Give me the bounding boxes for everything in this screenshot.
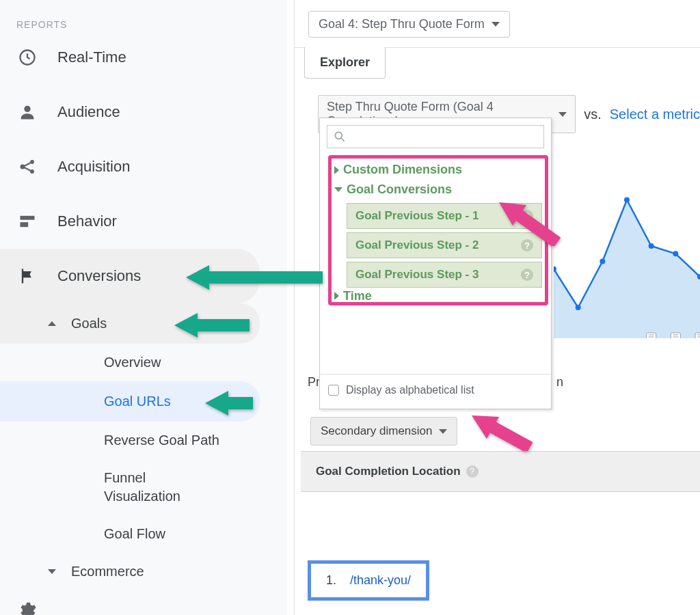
nav-acquisition[interactable]: Acquisition xyxy=(0,139,287,194)
goal-selector-label: Goal 4: Step Thru Quote Form xyxy=(319,17,485,31)
tree-category-custom-dimensions[interactable]: Custom Dimensions xyxy=(334,160,542,180)
goal-selector[interactable]: Goal 4: Step Thru Quote Form xyxy=(308,11,510,38)
svg-point-1 xyxy=(24,106,30,112)
admin-gear[interactable] xyxy=(0,590,287,615)
tree-category-label: Goal Conversions xyxy=(347,182,452,197)
svg-point-13 xyxy=(673,251,678,256)
secondary-dimension-dropdown[interactable]: Secondary dimension xyxy=(310,417,457,446)
alpha-checkbox-label: Display as alphabetical list xyxy=(346,384,474,396)
chevron-down-icon xyxy=(439,429,447,434)
sidebar-item-ecommerce[interactable]: Ecommerce xyxy=(0,553,287,590)
chevron-down-icon xyxy=(558,112,567,117)
help-icon[interactable]: ? xyxy=(521,269,533,281)
popover-list: Custom Dimensions Goal Conversions Goal … xyxy=(320,155,551,374)
table-row-highlight: 1. /thank-you/ xyxy=(308,560,429,601)
annotation-arrow-teal xyxy=(186,264,323,291)
svg-rect-5 xyxy=(21,216,35,220)
tree-item-label: Goal Previous Step - 3 xyxy=(355,268,479,282)
tree-category-label: Custom Dimensions xyxy=(343,163,462,177)
sidebar-heading: REPORTS xyxy=(0,19,287,30)
table-header: Goal Completion Location ? xyxy=(301,451,700,492)
annotation-arrow-pink xyxy=(492,198,561,246)
nav-realtime[interactable]: Real-Time xyxy=(0,30,287,85)
primary-dim-right: n xyxy=(556,375,563,390)
tree-category-goal-conversions[interactable]: Goal Conversions xyxy=(334,180,542,200)
svg-point-9 xyxy=(576,305,581,310)
svg-rect-21 xyxy=(695,333,700,338)
nav-label: Acquisition xyxy=(57,158,130,176)
nav-label: Real-Time xyxy=(57,49,126,66)
nav-label: Conversions xyxy=(57,267,141,285)
primary-dim-left: Pr xyxy=(308,375,320,390)
tree-category-time[interactable]: Time xyxy=(334,291,542,301)
tree-item-label: Goal Previous Step - 1 xyxy=(355,209,479,223)
flag-icon xyxy=(16,265,38,287)
sidebar-item-overview[interactable]: Overview xyxy=(0,344,287,381)
svg-point-24 xyxy=(335,132,342,139)
search-icon xyxy=(333,130,347,144)
popover-footer: Display as alphabetical list xyxy=(320,374,551,409)
dimension-popover: Custom Dimensions Goal Conversions Goal … xyxy=(319,118,552,409)
person-icon xyxy=(16,101,38,123)
tree-category-label: Time xyxy=(343,291,372,301)
row-number: 1. xyxy=(326,573,336,588)
tree-item-goal-prev-3[interactable]: Goal Previous Step - 3 ? xyxy=(347,262,542,288)
svg-point-11 xyxy=(624,197,630,203)
nav-audience[interactable]: Audience xyxy=(0,85,287,139)
gear-icon xyxy=(16,600,37,615)
chevron-down-icon xyxy=(492,22,500,27)
sidebar-item-funnel-visualization[interactable]: Funnel Visualization xyxy=(0,459,205,515)
tree-arrow-icon xyxy=(334,292,339,300)
sidebar-item-goal-flow[interactable]: Goal Flow xyxy=(0,515,287,553)
annotation-arrow-teal xyxy=(174,312,250,339)
svg-point-12 xyxy=(649,243,654,249)
svg-point-10 xyxy=(600,259,605,264)
alpha-checkbox[interactable] xyxy=(328,385,339,396)
annotation-arrow-pink xyxy=(465,410,533,451)
svg-rect-6 xyxy=(21,222,29,227)
nav-label: Behavior xyxy=(57,213,117,230)
nav-behavior[interactable]: Behavior xyxy=(0,194,287,249)
annotation-arrow-teal xyxy=(205,390,253,417)
popover-search-input[interactable] xyxy=(327,125,544,148)
caret-up-icon xyxy=(48,321,56,326)
clock-icon xyxy=(16,46,38,68)
help-icon[interactable]: ? xyxy=(466,465,479,478)
nav-label: Audience xyxy=(57,103,120,121)
sidebar-item-reverse-goal-path[interactable]: Reverse Goal Path xyxy=(0,422,287,459)
svg-point-8 xyxy=(554,266,556,272)
tab-explorer[interactable]: Explorer xyxy=(304,47,386,79)
tree-item-label: Goal Previous Step - 2 xyxy=(355,238,479,252)
line-chart xyxy=(554,184,700,338)
layout-icon xyxy=(16,210,38,232)
svg-point-2 xyxy=(21,165,25,169)
secondary-dimension-label: Secondary dimension xyxy=(321,424,432,438)
share-icon xyxy=(16,156,38,178)
vs-text: vs. xyxy=(584,107,602,122)
select-metric-link[interactable]: Select a metric xyxy=(610,107,700,122)
svg-rect-18 xyxy=(671,333,680,338)
sidebar-item-label: Goals xyxy=(71,316,107,331)
sidebar-item-label: Ecommerce xyxy=(71,564,144,579)
sidebar: REPORTS Real-Time Audience Acquisition B… xyxy=(0,0,287,615)
tree-arrow-icon xyxy=(334,187,342,192)
table-header-label: Goal Completion Location xyxy=(316,465,461,478)
tree-arrow-icon xyxy=(334,166,339,174)
svg-rect-15 xyxy=(647,333,656,338)
row-url[interactable]: /thank-you/ xyxy=(350,573,411,588)
caret-down-icon xyxy=(48,569,56,574)
tabs: Explorer xyxy=(295,48,700,79)
popover-search xyxy=(320,118,551,155)
